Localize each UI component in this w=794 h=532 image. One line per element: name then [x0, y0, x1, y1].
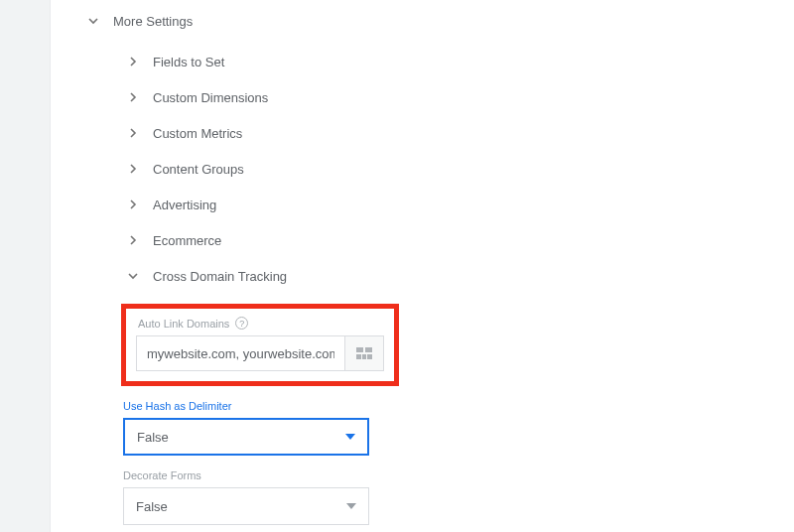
row-label: Custom Dimensions [153, 90, 268, 105]
svg-rect-2 [356, 354, 361, 359]
auto-link-label-row: Auto Link Domains ? [138, 317, 384, 330]
row-content-groups[interactable]: Content Groups [125, 151, 794, 187]
svg-rect-1 [365, 347, 372, 352]
decorate-forms-label: Decorate Forms [123, 469, 794, 481]
use-hash-group: Use Hash as Delimiter False [123, 400, 794, 456]
auto-link-input-wrap [136, 335, 384, 371]
decorate-forms-value: False [136, 499, 168, 514]
row-ecommerce[interactable]: Ecommerce [125, 222, 794, 258]
sub-settings-list: Fields to Set Custom Dimensions Custom M… [125, 44, 794, 294]
row-label: Ecommerce [153, 233, 221, 248]
chevron-right-icon [125, 89, 141, 105]
use-hash-select[interactable]: False [123, 418, 369, 456]
row-label: Cross Domain Tracking [153, 269, 287, 284]
chevron-down-icon [125, 268, 141, 284]
help-icon[interactable]: ? [235, 317, 248, 330]
caret-down-icon [345, 434, 355, 440]
svg-rect-0 [356, 347, 363, 352]
use-hash-value: False [137, 430, 169, 445]
row-cross-domain-tracking[interactable]: Cross Domain Tracking [125, 258, 794, 294]
caret-down-icon [346, 503, 356, 509]
auto-link-domains-input[interactable] [136, 335, 344, 371]
row-label: Custom Metrics [153, 126, 242, 141]
chevron-right-icon [125, 197, 141, 212]
row-label: Content Groups [153, 162, 244, 177]
row-label: Fields to Set [153, 55, 224, 69]
more-settings-label: More Settings [113, 14, 193, 29]
cross-domain-body: Auto Link Domains ? [121, 304, 794, 525]
chevron-right-icon [125, 161, 141, 177]
brick-icon [356, 347, 372, 359]
svg-rect-4 [367, 354, 372, 359]
chevron-right-icon [125, 232, 141, 248]
auto-link-label: Auto Link Domains [138, 318, 229, 330]
svg-rect-3 [362, 354, 366, 359]
use-hash-label: Use Hash as Delimiter [123, 400, 794, 412]
chevron-right-icon [125, 125, 141, 141]
auto-link-highlight: Auto Link Domains ? [121, 304, 399, 386]
chevron-right-icon [125, 54, 141, 69]
divider-line [50, 0, 51, 532]
row-fields-to-set[interactable]: Fields to Set [125, 44, 794, 79]
row-custom-metrics[interactable]: Custom Metrics [125, 115, 794, 151]
settings-panel: More Settings Fields to Set Custom Dimen… [58, 0, 794, 525]
decorate-forms-group: Decorate Forms False [123, 469, 794, 525]
more-settings-header[interactable]: More Settings [85, 4, 794, 38]
decorate-forms-select[interactable]: False [123, 487, 369, 525]
left-gutter [0, 0, 50, 532]
row-custom-dimensions[interactable]: Custom Dimensions [125, 79, 794, 115]
row-advertising[interactable]: Advertising [125, 187, 794, 222]
row-label: Advertising [153, 198, 216, 212]
variable-picker-button[interactable] [344, 335, 384, 371]
chevron-down-icon [85, 13, 101, 29]
